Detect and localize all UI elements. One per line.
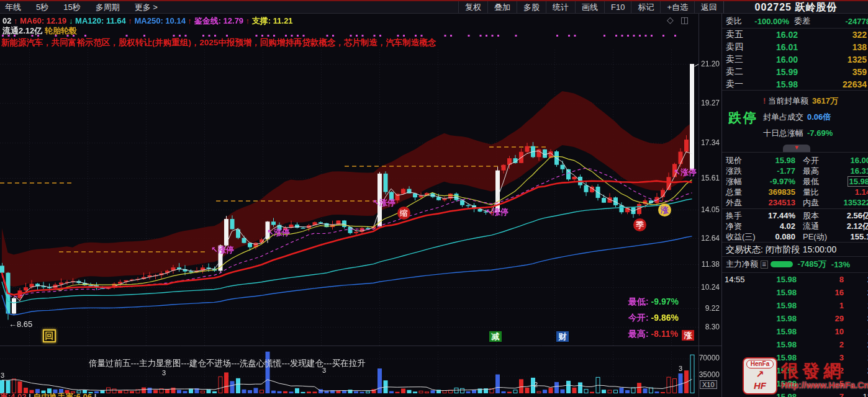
candlestick-chart-canvas[interactable]	[0, 14, 721, 397]
quote-value: 15.98	[758, 156, 795, 165]
quote-value: -1.77	[758, 166, 795, 176]
ask-volume: 138	[798, 42, 868, 52]
fund-label: 净资	[726, 221, 758, 232]
indicator-segment-4: MA120: 11.64	[75, 16, 128, 25]
indicator-segment-6: MA250: 10.14	[135, 16, 188, 25]
quote-label: 现价	[726, 155, 758, 166]
quote-row-2: 涨幅-9.97%最低15.98	[722, 176, 868, 187]
menu-item-7[interactable]: +自选	[660, 1, 694, 13]
quote-value: -9.97%	[758, 177, 795, 186]
alert-icon: !	[763, 96, 768, 105]
period-tab-2[interactable]: 15秒	[63, 1, 80, 13]
indicator-segment-0: 02	[2, 16, 14, 25]
henfa-badge-label: HenFa	[746, 360, 774, 368]
menu-item-0[interactable]: 复权	[458, 1, 487, 13]
indicator-segment-3: ↓	[69, 16, 75, 25]
henfa-monogram: HF	[744, 381, 776, 391]
quote-label: 今开	[795, 155, 834, 166]
ask-price: 15.98	[749, 79, 798, 89]
tick-price: 15.98	[752, 340, 797, 349]
quote-value: 369835	[758, 187, 795, 197]
menu-item-5[interactable]: F10	[604, 1, 631, 13]
seal-value: -7.69%	[807, 128, 833, 138]
ask-level-row-2[interactable]: 卖三16.001325	[722, 53, 868, 66]
period-tabs: 年线5秒15秒多周期更多 >	[0, 1, 158, 13]
tick-lots: 10	[797, 327, 844, 336]
stock-title: 002725 跃岭股份	[723, 1, 868, 13]
period-tab-1[interactable]: 5秒	[36, 1, 48, 13]
fund-value: 2.56亿	[834, 210, 868, 221]
tool-menu: 复权叠加多股统计画线F10标记+自选返回	[458, 1, 723, 13]
quote-row-4: 外盘234513内盘135322	[722, 197, 868, 208]
ask-price: 15.99	[749, 67, 798, 77]
ask-volume: 1325	[798, 55, 868, 65]
weicha-label: 委差	[789, 16, 810, 27]
henfa-url[interactable]: Http://www.HenFa.Cn	[781, 380, 868, 390]
tick-lots: 16	[797, 288, 844, 297]
quote-row-1: 涨跌-1.77最高16.31	[722, 166, 868, 176]
tick-lots: 29	[797, 314, 844, 323]
ask-level-row-4[interactable]: 卖一15.9822634	[722, 78, 868, 91]
seal-value: 3617万	[812, 96, 838, 105]
tick-count: 2	[844, 340, 868, 349]
menu-item-2[interactable]: 多股	[517, 1, 546, 13]
list-icon[interactable]: ≣	[761, 261, 768, 269]
tick-lots: 2	[797, 340, 844, 349]
ask-level-row-0[interactable]: 卖五16.02322	[722, 29, 868, 41]
quote-panel: 委比 -100.00% 委差 -24778 卖五16.02322卖四16.011…	[721, 14, 868, 397]
ask-volume: 322	[798, 30, 868, 40]
tick-lots: 8	[797, 275, 844, 284]
ask-label: 卖二	[726, 66, 749, 78]
menu-item-1[interactable]: 叠加	[487, 1, 517, 13]
tick-count: 1	[844, 301, 868, 310]
henfa-watermark[interactable]: HenFa ↗ HF 很發網 Http://www.HenFa.Cn	[743, 356, 867, 396]
main-net-label: 主力净额	[726, 259, 758, 270]
limit-seal-section: 跌停 ! 当前封单额3617万封单占成交0.06倍十日总涨幅-7.69% ▾	[722, 91, 868, 153]
menu-item-3[interactable]: 统计	[546, 1, 575, 13]
indicator-segment-7: ↑	[188, 16, 194, 25]
tick-count: 3	[844, 314, 868, 323]
period-tab-3[interactable]: 多周期	[96, 1, 120, 13]
period-tab-4[interactable]: 更多 >	[135, 1, 158, 13]
seal-label: 十日总涨幅	[763, 128, 803, 138]
menu-item-8[interactable]: 返回	[694, 1, 723, 13]
henfa-site-name: 很發網	[781, 362, 868, 380]
ask-level-row-1[interactable]: 卖四16.01138	[722, 41, 868, 53]
indicator-segment-8: 鉴金线: 12.79	[194, 16, 246, 25]
quote-value: 1.14	[834, 187, 868, 197]
tick-count: 1	[844, 327, 868, 336]
indicator-segment-10: 支撑: 11.21	[252, 16, 293, 25]
trend-arrow-icon: ↗	[744, 368, 776, 381]
ask-price: 16.02	[749, 30, 798, 40]
fund-value: 4.02	[758, 221, 795, 231]
trade-status-text: 交易状态: 闭市阶段 15:00:00	[722, 243, 868, 256]
indicator-segment-5: ↑	[128, 16, 134, 25]
tick-price: 15.98	[752, 327, 797, 336]
fund-label: 股本	[795, 210, 834, 221]
fundamental-row-1: 净资4.02流通2.12亿	[722, 221, 868, 231]
seal-value: 0.06倍	[807, 112, 831, 122]
quote-label: 最低	[795, 176, 834, 187]
ask-level-row-3[interactable]: 卖二15.99359	[722, 66, 868, 78]
tick-price: 15.98	[752, 314, 797, 323]
quote-grid-section: 现价15.98今开16.00涨跌-1.77最高16.31涨幅-9.97%最低15…	[722, 153, 868, 209]
period-tab-0[interactable]: 年线	[5, 1, 21, 13]
quote-label: 涨幅	[726, 176, 758, 187]
quote-label: 最高	[795, 166, 834, 177]
tick-count: 2	[844, 288, 868, 297]
tick-row-2: 15.9811	[722, 299, 868, 312]
collapse-chevron-button[interactable]: ▾	[783, 145, 810, 152]
menu-item-6[interactable]: 标记	[631, 1, 660, 13]
trading-terminal: 年线5秒15秒多周期更多 > 复权叠加多股统计画线F10标记+自选返回 0027…	[0, 0, 868, 397]
menu-item-4[interactable]: 画线	[575, 1, 604, 13]
tick-price: 15.98	[752, 288, 797, 297]
ask-volume: 22634	[798, 79, 868, 89]
seal-row-2: 十日总涨幅-7.69%	[763, 128, 833, 139]
fund-label: 收益(三)	[726, 231, 758, 243]
quote-value: 15.98	[834, 177, 868, 186]
ask-label: 卖三	[726, 54, 749, 65]
tick-row-3: 15.98293	[722, 312, 868, 325]
tick-row-4: 15.98101	[722, 325, 868, 338]
quote-label: 内盘	[795, 197, 834, 208]
fund-value: 2.12亿	[834, 221, 868, 232]
